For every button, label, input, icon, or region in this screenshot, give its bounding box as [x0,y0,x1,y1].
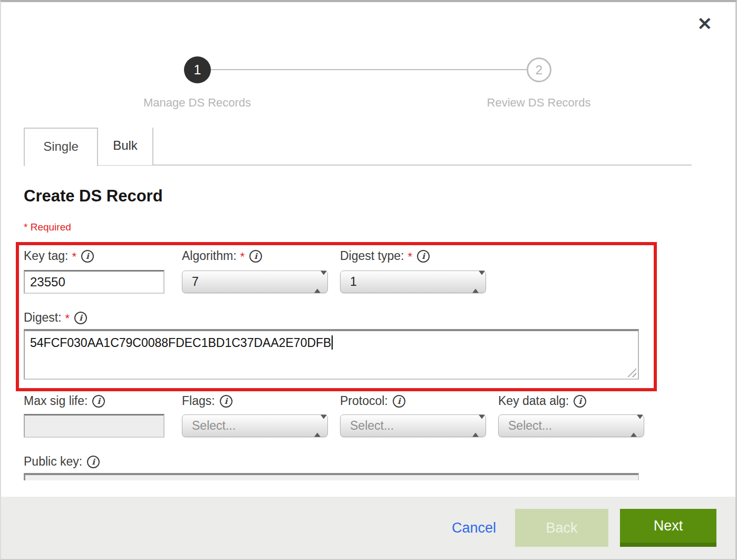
digest-label-text: Digest: [24,311,62,325]
digest-type-select[interactable]: 1 [340,271,486,293]
key-tag-label-text: Key tag: [24,249,68,263]
step-1-number: 1 [194,62,201,78]
protocol-label-text: Protocol: [340,394,388,408]
select-arrows-icon [314,275,321,289]
public-key-label-text: Public key: [24,455,82,469]
key-tag-info-icon[interactable]: i [81,250,94,263]
protocol-selected-value: Select... [350,419,394,433]
step-2-indicator: 2 [527,57,551,82]
select-arrows-icon [472,419,479,433]
key-tag-label: Key tag: * i [24,249,94,263]
algorithm-required-asterisk: * [240,250,245,264]
public-key-label: Public key: i [24,455,100,469]
key-tag-input[interactable] [24,270,164,294]
text-caret [332,335,333,350]
flags-label-text: Flags: [182,394,215,408]
cancel-button[interactable]: Cancel [452,520,496,536]
tab-single[interactable]: Single [24,128,98,166]
flags-select[interactable]: Select... [182,414,328,437]
select-arrows-icon [472,275,479,289]
key-data-alg-label: Key data alg: i [498,394,586,408]
key-data-alg-select[interactable]: Select... [498,414,644,437]
flags-info-icon[interactable]: i [220,395,232,408]
select-arrows-icon [314,419,321,433]
step-2-number: 2 [536,63,542,78]
required-note: * Required [24,221,71,233]
digest-type-label-text: Digest type: [340,249,404,263]
protocol-select[interactable]: Select... [340,414,486,437]
algorithm-info-icon[interactable]: i [249,250,262,263]
protocol-label: Protocol: i [340,394,405,408]
digest-type-label: Digest type: * i [340,249,430,263]
key-data-alg-selected-value: Select... [508,419,552,433]
key-tag-required-asterisk: * [72,250,76,264]
public-key-info-icon[interactable]: i [87,456,100,468]
flags-label: Flags: i [182,394,232,408]
algorithm-select[interactable]: 7 [182,271,328,293]
resize-handle[interactable] [627,368,636,377]
stepper-connector [211,69,527,70]
max-sig-life-label: Max sig life: i [24,394,105,408]
public-key-textarea[interactable] [24,473,639,480]
digest-info-icon[interactable]: i [74,312,87,324]
max-sig-life-info-icon[interactable]: i [92,395,105,408]
digest-textarea[interactable]: 54FCF030AA1C79C0088FDEC1BD1C37DAA2E70DFB [24,329,639,380]
back-button[interactable]: Back [515,509,608,547]
digest-type-required-asterisk: * [408,250,412,264]
digest-type-selected-value: 1 [350,275,357,289]
algorithm-selected-value: 7 [192,275,199,289]
digest-value: 54FCF030AA1C79C0088FDEC1BD1C37DAA2E70DFB [30,336,331,350]
select-arrows-icon [631,419,637,433]
max-sig-life-label-text: Max sig life: [24,394,88,408]
flags-selected-value: Select... [192,419,236,433]
digest-required-asterisk: * [65,312,70,325]
protocol-info-icon[interactable]: i [393,395,405,408]
dialog-footer: Cancel Back Next [1,497,735,559]
required-asterisk: * [24,221,27,233]
key-data-alg-label-text: Key data alg: [498,394,569,408]
step-1-indicator: 1 [184,56,211,83]
step-1-label: Manage DS Records [113,96,282,110]
key-data-alg-info-icon[interactable]: i [574,395,586,408]
create-ds-record-dialog: ✕ 1 2 Manage DS Records Review DS Record… [0,0,737,560]
next-button[interactable]: Next [620,509,716,547]
algorithm-label: Algorithm: * i [182,249,262,263]
step-2-label: Review DS Records [454,96,623,110]
digest-label: Digest: * i [24,311,87,325]
page-title: Create DS Record [24,187,163,206]
close-icon[interactable]: ✕ [697,15,713,33]
tab-bulk[interactable]: Bulk [98,128,153,165]
algorithm-label-text: Algorithm: [182,249,237,263]
digest-type-info-icon[interactable]: i [417,250,430,263]
required-note-text: Required [31,221,71,233]
max-sig-life-input[interactable] [24,414,164,438]
